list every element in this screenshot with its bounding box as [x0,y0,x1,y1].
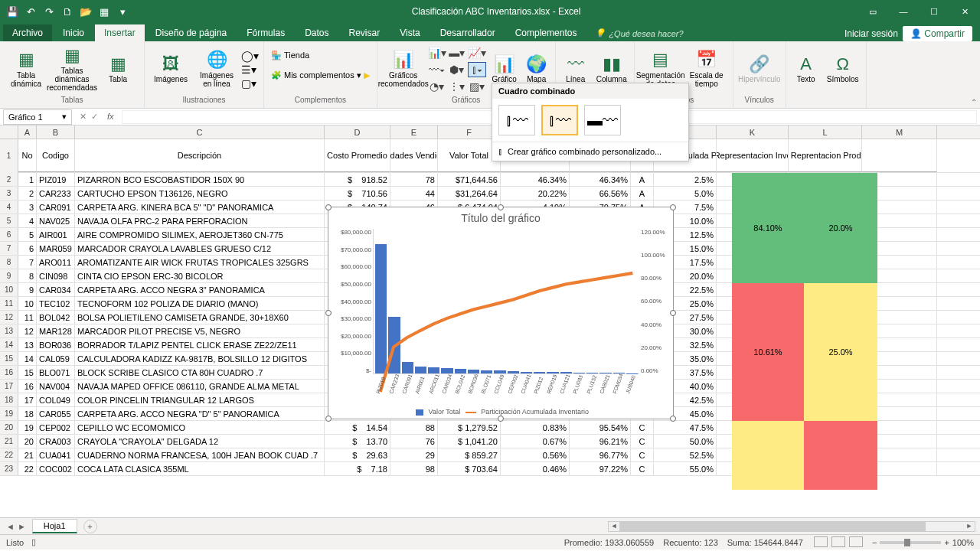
page-layout-view-icon[interactable] [831,536,845,547]
col-L[interactable]: L [789,126,862,139]
cell[interactable]: PIZ019 [37,173,75,186]
text-button[interactable]: ATexto [791,45,822,94]
row-header[interactable]: 5 [0,214,18,227]
row-header[interactable]: 13 [0,324,18,337]
cell[interactable]: COC002 [37,462,75,475]
k-green-merged[interactable]: 84.10% [732,173,804,283]
recommended-charts-button[interactable]: 📊Gráficos recomendados [382,45,425,94]
online-images-button[interactable]: 🌐Imágenes en línea [195,45,238,94]
row-header[interactable]: 10 [0,283,18,296]
add-sheet-button[interactable]: + [83,520,97,533]
row-header[interactable]: 4 [0,201,18,214]
cell[interactable]: 46.34% [570,173,631,186]
chart-handle[interactable] [498,204,504,210]
tab-data[interactable]: Datos [296,24,338,41]
scatter-chart-icon[interactable]: ⋮▾ [448,79,466,94]
col-E[interactable]: E [390,126,438,139]
shapes-icon[interactable]: ◯▾ [241,50,259,62]
normal-view-icon[interactable] [814,536,828,547]
scroll-left-icon[interactable]: ◄ [609,522,619,531]
cancel-fx-icon[interactable]: ✕ [80,112,87,122]
cell[interactable]: CAR055 [37,407,75,420]
close-icon[interactable]: ✕ [949,0,980,23]
name-box[interactable]: Gráfico 1 ▾ [3,109,72,125]
cell[interactable]: 6 [18,242,37,255]
cell[interactable]: TEC102 [37,297,75,310]
l-green-merged[interactable]: 20.0% [804,173,877,283]
hdr-m[interactable] [862,139,937,172]
row-header[interactable]: 20 [0,421,18,434]
cell[interactable]: $ 710.56 [325,187,390,200]
redo-icon[interactable]: ↷ [41,4,57,19]
row-header[interactable]: 7 [0,242,18,255]
signin-link[interactable]: Iniciar sesión [844,28,898,39]
collapse-ribbon-icon[interactable]: ⌃ [971,98,977,106]
ribbon-options-icon[interactable]: ▭ [858,0,888,23]
combo-type-1[interactable]: ⫿〰 [498,105,535,135]
cell[interactable]: 7 [18,256,37,269]
cell[interactable]: 16 [18,380,37,393]
chart-handle[interactable] [325,416,332,422]
table-button[interactable]: ▦Tabla [96,45,139,94]
cell[interactable]: COLOR PINCELIN TRIANGULAR 12 LARGOS [75,393,325,406]
l-yellow-merged[interactable]: 25.0% [804,283,877,421]
cell[interactable]: COL049 [37,393,75,406]
open-icon[interactable]: 📂 [78,4,93,19]
cell[interactable]: 5.0% [654,187,717,200]
page-break-view-icon[interactable] [849,536,863,547]
cell[interactable]: 5 [18,228,37,241]
cell[interactable]: CAR034 [37,283,75,296]
cell[interactable]: $ 918.52 [325,173,390,186]
cell[interactable]: CINTA CIO EPSON ERC-30 BICOLOR [75,269,325,282]
col-D[interactable]: D [325,126,390,139]
embedded-chart[interactable]: Título del gráfico $80,000.00$70,000.00$… [328,207,674,419]
chart-handle[interactable] [670,416,676,422]
chart-handle[interactable] [670,204,676,210]
cell[interactable]: 13 [18,338,37,351]
cell[interactable]: 22 [18,462,37,475]
tab-formulas[interactable]: Fórmulas [237,24,294,41]
cell[interactable]: CARPETA ARG. ACCO NEGRA 3" PANORAMICA [75,283,325,296]
horizontal-scrollbar[interactable]: ◄ ► [608,521,975,532]
row-header[interactable]: 19 [0,407,18,420]
cell[interactable]: 20 [18,435,37,448]
maximize-icon[interactable]: ☐ [919,0,949,23]
cell[interactable]: CARPETA ARG. ACCO NEGRA "D" 5" PANORAMIC… [75,407,325,420]
col-M[interactable]: M [862,126,937,139]
row-header[interactable]: 18 [0,393,18,406]
cell[interactable]: 8 [18,269,37,282]
screenshot-icon[interactable]: ▢▾ [241,77,259,90]
select-all[interactable] [0,126,18,139]
cell[interactable]: BOLSA POLIETILENO CAMISETA GRANDE, 30+18… [75,311,325,324]
images-button[interactable]: 🖼Imágenes [149,45,192,94]
cell[interactable]: BOL042 [37,311,75,324]
row-header[interactable]: 22 [0,448,18,461]
cell[interactable]: TECNOFORM 102 POLIZA DE DIARIO (MANO) [75,297,325,310]
cell[interactable]: 15 [18,366,37,379]
row-header[interactable]: 14 [0,338,18,351]
combo-custom-link[interactable]: ⫿ Crear gráfico combinado personalizado.… [492,142,688,161]
namebox-dropdown-icon[interactable]: ▾ [62,112,67,122]
save-icon[interactable]: 💾 [5,4,20,19]
row-header[interactable]: 2 [0,173,18,186]
cell[interactable]: 17 [18,393,37,406]
row-header[interactable]: 6 [0,228,18,241]
hdr-porcinv[interactable]: Porc. Representacion Inventario [717,139,789,172]
cell[interactable]: CUADERNO NORMA FRANCESA, 100H JEAN BOOK … [75,448,325,461]
cell[interactable]: CARTUCHO EPSON T136126, NEGRO [75,187,325,200]
zoom-value[interactable]: 100% [952,538,974,547]
row-header[interactable]: 21 [0,435,18,448]
my-addins-button[interactable]: 🧩Mis complementos▾ ▶ [269,67,372,83]
cell[interactable]: 3 [18,201,37,214]
cell[interactable]: PIZARRON BCO ESCOBASTIDOR 150X 90 [75,173,325,186]
cell[interactable]: NAV004 [37,380,75,393]
cell[interactable]: ARO011 [37,256,75,269]
zoom-out-icon[interactable]: − [872,538,877,547]
cell[interactable]: 10 [18,297,37,310]
cell[interactable]: CEPILLO WC ECOMOMICO [75,421,325,434]
bar-chart-icon[interactable]: 📊▾ [428,45,446,60]
line-chart-icon[interactable]: 〰▾ [428,62,446,77]
cell[interactable]: 78 [390,173,438,186]
cell[interactable]: A [631,173,654,186]
sheet-tab-hoja1[interactable]: Hoja1 [32,519,77,533]
